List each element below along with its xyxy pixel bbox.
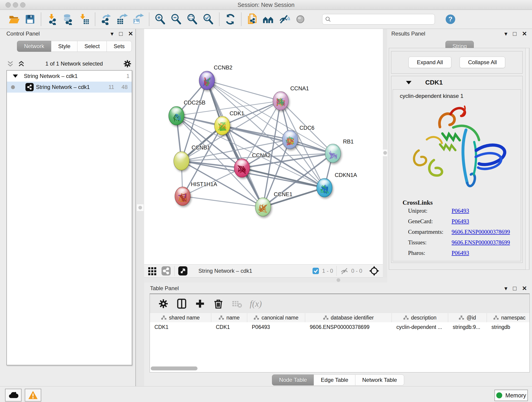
panel-float-icon[interactable]: □: [119, 30, 123, 37]
tab-network[interactable]: Network: [17, 41, 51, 52]
node-label-RB1: RB1: [343, 138, 354, 145]
entry-expander-icon[interactable]: [406, 81, 412, 84]
table-cell[interactable]: 9606.ENSP00000378699: [305, 322, 392, 332]
collapse-all-button[interactable]: Collapse All: [460, 57, 505, 68]
crosslink-link[interactable]: P06493: [452, 208, 469, 214]
table-cell[interactable]: stringdb:9...: [448, 322, 487, 332]
zoom-fit-icon[interactable]: [185, 12, 199, 26]
import-table-file-icon[interactable]: [77, 12, 91, 26]
control-panel-title: Control Panel: [6, 31, 40, 37]
table-cell[interactable]: cyclin-dependent ...: [392, 322, 448, 332]
network-edge[interactable]: [263, 188, 324, 207]
new-network-from-selection-icon[interactable]: [245, 12, 259, 26]
panel-float-icon[interactable]: □: [513, 285, 516, 292]
column-header-description[interactable]: description: [392, 313, 448, 322]
add-column-icon[interactable]: [195, 298, 205, 309]
network-canvas[interactable]: CCNB2CCNA1CDC25BCDK1CDC6RB1CCNB1CCNA2CDK…: [144, 29, 383, 264]
network-edge[interactable]: [207, 80, 263, 207]
detach-view-icon[interactable]: [178, 266, 188, 276]
results-scrollbar[interactable]: [525, 48, 529, 270]
expand-all-icon[interactable]: [17, 60, 25, 68]
crosslink-link[interactable]: P06493: [452, 250, 469, 256]
collapse-all-icon[interactable]: [6, 60, 14, 68]
first-neighbors-icon[interactable]: [261, 12, 275, 26]
zoom-in-icon[interactable]: [153, 12, 167, 26]
zoom-selected-icon[interactable]: [201, 12, 215, 26]
network-node-RB1[interactable]: RB1: [325, 138, 354, 163]
column-header-canonical-name[interactable]: canonical name: [247, 313, 305, 322]
selected-checkbox-icon[interactable]: [312, 267, 319, 274]
table-cell[interactable]: stringdb: [487, 322, 532, 332]
table-row[interactable]: CDK1CDK1P064939606.ENSP00000378699cyclin…: [150, 322, 530, 332]
string-view-icon[interactable]: [161, 266, 171, 276]
network-node-HIST1H1A[interactable]: HIST1H1A: [175, 181, 217, 206]
show-all-icon[interactable]: [293, 12, 307, 26]
table-cell[interactable]: CDK1: [150, 322, 211, 332]
gear-icon[interactable]: [123, 59, 132, 68]
crosslink-link[interactable]: 9606.ENSP00000378699: [452, 229, 510, 235]
zoom-out-icon[interactable]: [169, 12, 183, 26]
column-header-shared-name[interactable]: shared name: [150, 313, 211, 322]
network-collection-row[interactable]: String Network – cdk1 1: [7, 70, 132, 82]
tab-style[interactable]: Style: [51, 41, 77, 52]
collection-expander-icon[interactable]: [13, 75, 18, 78]
left-splitter-grip[interactable]: [137, 204, 144, 211]
column-header-@id[interactable]: @id: [448, 313, 487, 322]
network-node-CCNA1[interactable]: CCNA1: [273, 85, 309, 110]
collection-name: String Network – cdk1: [24, 73, 78, 79]
column-header-database-identifier[interactable]: database identifier: [305, 313, 392, 322]
network-row[interactable]: String Network – cdk1 11 48: [7, 82, 132, 93]
crosslink-link[interactable]: P06493: [452, 218, 469, 225]
hide-selected-icon[interactable]: [278, 12, 291, 26]
hidden-eye-icon[interactable]: [340, 266, 349, 275]
export-image-icon[interactable]: [131, 12, 145, 26]
results-panel: Results Panel ▾ □ ✕ String Expand All Co…: [387, 29, 532, 283]
table-cell[interactable]: P06493: [247, 322, 305, 332]
show-columns-icon[interactable]: [177, 298, 187, 309]
cloud-button[interactable]: [5, 389, 22, 402]
tab-sets[interactable]: Sets: [107, 41, 132, 52]
tab-node-table[interactable]: Node Table: [272, 375, 314, 385]
tab-network-table[interactable]: Network Table: [355, 375, 404, 385]
expand-all-button[interactable]: Expand All: [409, 57, 451, 68]
table-h-scrollbar[interactable]: [151, 366, 197, 370]
help-icon[interactable]: ?: [443, 12, 457, 26]
tab-select[interactable]: Select: [77, 41, 107, 52]
table-gear-icon[interactable]: [158, 298, 169, 309]
panel-menu-icon[interactable]: ▾: [504, 285, 507, 292]
toolbar-search[interactable]: [322, 14, 435, 25]
import-network-database-icon[interactable]: [61, 12, 75, 26]
import-network-file-icon[interactable]: [45, 12, 59, 26]
network-node-CDKN1A[interactable]: CDKN1A: [317, 172, 357, 197]
tab-edge-table[interactable]: Edge Table: [314, 375, 355, 385]
search-input[interactable]: [331, 16, 432, 23]
delete-column-icon[interactable]: [213, 298, 224, 309]
horizontal-splitter[interactable]: [144, 278, 387, 283]
memory-button[interactable]: Memory: [494, 390, 528, 401]
panel-close-icon[interactable]: ✕: [522, 285, 527, 292]
right-splitter[interactable]: [383, 29, 387, 283]
left-splitter[interactable]: [135, 29, 145, 386]
open-file-icon[interactable]: [7, 12, 21, 26]
export-network-icon[interactable]: [99, 12, 113, 26]
panel-close-icon[interactable]: ✕: [128, 30, 133, 37]
column-header-namespac[interactable]: namespac: [487, 313, 532, 322]
crosslink-link[interactable]: 9606.ENSP00000378699: [452, 239, 510, 246]
horizontal-splitter-grip[interactable]: [336, 278, 340, 282]
panel-float-icon[interactable]: □: [513, 30, 516, 37]
panel-menu-icon[interactable]: ▾: [110, 30, 114, 37]
birdseye-icon[interactable]: [369, 265, 380, 276]
grid-view-icon[interactable]: [147, 266, 157, 276]
save-session-icon[interactable]: [23, 12, 37, 26]
warning-button[interactable]: [25, 389, 41, 402]
memory-label: Memory: [505, 392, 526, 399]
attribute-tree-icon: [219, 315, 224, 320]
table-cell[interactable]: CDK1: [211, 322, 247, 332]
network-edge[interactable]: [183, 196, 263, 207]
network-edge[interactable]: [207, 80, 333, 153]
export-table-icon[interactable]: [115, 12, 129, 26]
column-header-name[interactable]: name: [211, 313, 247, 322]
refresh-layout-icon[interactable]: [223, 12, 237, 26]
panel-close-icon[interactable]: ✕: [522, 30, 527, 37]
panel-menu-icon[interactable]: ▾: [504, 30, 507, 37]
